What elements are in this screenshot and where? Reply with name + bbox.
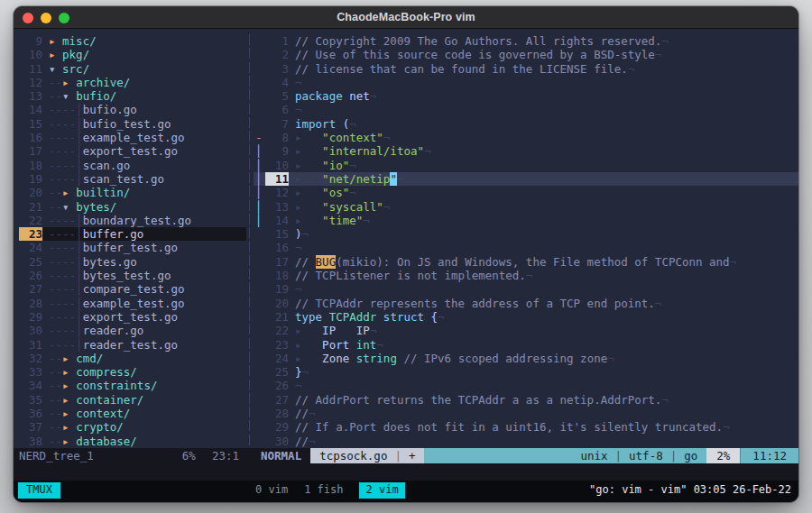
tree-item[interactable]: 26----│bytes_test.go <box>19 269 246 282</box>
collapsed-folder-arrow-icon: ▸ <box>62 365 76 379</box>
tree-item[interactable]: 27----│compare_test.go <box>19 282 246 296</box>
code-line-current[interactable]: │11▸ "net/netip"¬ <box>254 172 798 186</box>
code-line[interactable]: 28//¬ <box>254 407 798 420</box>
comment-text: // <box>295 435 309 448</box>
window-separator[interactable] <box>246 34 254 448</box>
indent-guide: -- <box>49 435 62 448</box>
git-sign-icon: │ <box>254 144 265 158</box>
tree-item[interactable]: 20--▸ builtin/ <box>19 186 246 199</box>
code-line[interactable]: 16¬ <box>254 241 798 254</box>
code-line[interactable]: 6¬ <box>254 103 798 116</box>
tree-item[interactable]: 16----│example_test.go <box>19 131 246 144</box>
code-line[interactable]: 23▸ Port int¬ <box>254 338 798 352</box>
tree-item[interactable]: 12--▸ archive/ <box>19 76 246 89</box>
vim-command-line <box>14 463 798 481</box>
code-line[interactable]: │13▸ "syscall"¬ <box>254 200 798 214</box>
tree-item[interactable]: 18----│scan.go <box>19 159 246 172</box>
code-line[interactable]: 27// AddrPort returns the TCPAddr a as a… <box>254 393 798 407</box>
code-line[interactable]: 1// Copyright 2009 The Go Authors. All r… <box>254 34 798 48</box>
code-line[interactable]: 20// TCPAddr represents the address of a… <box>254 297 798 310</box>
tab-marker-icon: ▸ <box>295 338 322 352</box>
comment-text: // TCPAddr represents the address of a T… <box>295 297 655 310</box>
segment-divider: | <box>670 448 678 463</box>
code-line[interactable]: 30//¬ <box>254 435 798 448</box>
tree-item[interactable]: 22----│boundary_test.go <box>19 214 246 227</box>
code-line-text: type TCPAddr struct {¬ <box>289 310 445 324</box>
tree-item[interactable]: 34--▸ constraints/ <box>19 379 246 392</box>
tree-item[interactable]: 19----│scan_test.go <box>19 172 246 186</box>
line-number: 9 <box>19 34 42 48</box>
git-sign-icon: - <box>254 131 265 144</box>
titlebar[interactable]: ChaodeMacBook-Pro vim <box>14 6 798 29</box>
tree-item[interactable]: 17----│export_test.go <box>19 144 246 158</box>
indent-guide: ----│ <box>49 227 83 241</box>
tree-item-current[interactable]: 23----│buffer.go <box>19 227 246 241</box>
tree-item[interactable]: 28----│example_test.go <box>19 297 246 310</box>
tree-item-text: ----│scan_test.go <box>42 172 164 186</box>
tree-item[interactable]: 38--▸ database/ <box>19 435 246 448</box>
tree-item[interactable]: 9▸ misc/ <box>19 34 246 48</box>
code-line[interactable]: 7import (¬ <box>254 117 798 131</box>
code-line[interactable]: │9▸ "internal/itoa"¬ <box>254 144 798 158</box>
tree-item-text: --▸ crypto/ <box>42 420 124 434</box>
code-line-text: //¬ <box>289 435 316 448</box>
tree-item[interactable]: 36--▸ context/ <box>19 407 246 420</box>
tree-item[interactable]: 32--▸ cmd/ <box>19 352 246 365</box>
code-line-text: ▸ "syscall"¬ <box>289 200 390 214</box>
tab-marker-icon: ▸ <box>295 144 322 158</box>
tree-item[interactable]: 13--▾ bufio/ <box>19 89 246 103</box>
code-line[interactable]: 29// If a.Port does not fit in a uint16,… <box>254 420 798 434</box>
bug-tag: BUG <box>316 255 337 269</box>
tmux-window[interactable]: 0 vim <box>255 483 288 497</box>
tree-item[interactable]: 11▾ src/ <box>19 62 246 76</box>
tree-item[interactable]: 31----│reader_test.go <box>19 338 246 352</box>
code-line[interactable]: 19¬ <box>254 282 798 296</box>
code-line[interactable]: 4¬ <box>254 76 798 89</box>
eol-marker-icon: ¬ <box>349 159 356 172</box>
eol-marker-icon: ¬ <box>295 76 302 89</box>
tmux-window[interactable]: 1 fish <box>304 483 343 497</box>
code-line[interactable]: │14▸ "time"¬ <box>254 214 798 227</box>
tree-item[interactable]: 29----│export_test.go <box>19 310 246 324</box>
tree-item[interactable]: 10▸ pkg/ <box>19 48 246 61</box>
tree-item[interactable]: 25----│bytes.go <box>19 255 246 269</box>
line-number: 4 <box>265 76 289 89</box>
code-line[interactable]: 24▸ Zone string // IPv6 scoped addressin… <box>254 352 798 365</box>
minimize-button[interactable] <box>41 13 51 23</box>
line-number: 28 <box>265 407 289 420</box>
code-line[interactable]: │12▸ "os"¬ <box>254 186 798 199</box>
terminal-window: ChaodeMacBook-Pro vim 9▸ misc/10▸ pkg/11… <box>14 6 798 502</box>
tree-item[interactable]: 14----│bufio.go <box>19 103 246 116</box>
code-line[interactable]: 22▸ IP IP¬ <box>254 324 798 337</box>
close-button[interactable] <box>23 13 33 23</box>
git-sign-icon: │ <box>254 159 265 172</box>
code-line[interactable]: 21type TCPAddr struct {¬ <box>254 310 798 324</box>
tree-item[interactable]: 33--▸ compress/ <box>19 365 246 379</box>
code-line[interactable]: 3// license that can be found in the LIC… <box>254 62 798 76</box>
collapsed-folder-arrow-icon: ▸ <box>62 186 76 199</box>
eol-marker-icon: ¬ <box>723 420 730 434</box>
indent-guide: ----│ <box>49 310 83 324</box>
tmux-window-active[interactable]: 2 vim <box>359 482 404 498</box>
tree-item[interactable]: 37--▸ crypto/ <box>19 420 246 434</box>
code-line[interactable]: 2// Use of this source code is governed … <box>254 48 798 61</box>
tree-item[interactable]: 24----│buffer_test.go <box>19 241 246 254</box>
tree-item[interactable]: 21--▾ bytes/ <box>19 200 246 214</box>
code-line[interactable]: 26¬ <box>254 379 798 392</box>
code-line[interactable]: -8▸ "context"¬ <box>254 131 798 144</box>
tree-item[interactable]: 15----│bufio_test.go <box>19 117 246 131</box>
tree-item[interactable]: 35--▸ container/ <box>19 393 246 407</box>
directory-name: context/ <box>76 407 130 420</box>
tree-item[interactable]: 30----│reader.go <box>19 324 246 337</box>
code-line[interactable]: 17// BUG(mikio): On JS and Windows, the … <box>254 255 798 269</box>
code-line[interactable]: 15)¬ <box>254 227 798 241</box>
line-number: 20 <box>19 186 42 199</box>
code-line[interactable]: │10▸ "io"¬ <box>254 159 798 172</box>
code-line[interactable]: 25}¬ <box>254 365 798 379</box>
tmux-session-name[interactable]: TMUX <box>18 482 60 498</box>
maximize-button[interactable] <box>59 13 69 23</box>
line-number: 8 <box>265 131 289 144</box>
code-line[interactable]: 18// TCPListener is not implemented.¬ <box>254 269 798 282</box>
line-number: 26 <box>19 269 42 282</box>
code-line[interactable]: 5package net¬ <box>254 89 798 103</box>
